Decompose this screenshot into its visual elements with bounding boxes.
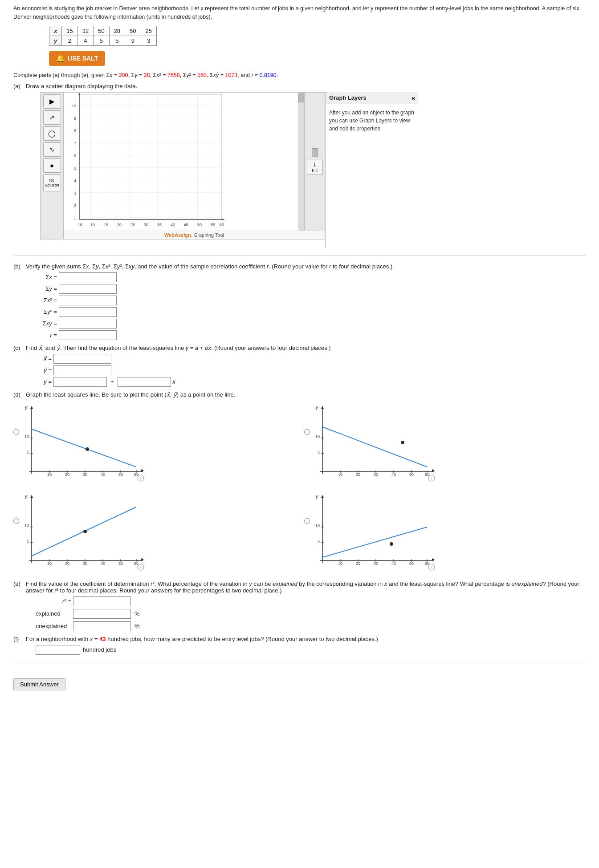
svg-text:y: y [24,405,28,410]
graph-4: y 10 5 10 20 30 40 50 60 [314,491,438,572]
explained-row: explained % [36,609,586,619]
graphing-tool: ▶ ↗ ◯ ∿ ● NoSolution [40,92,325,239]
sigma-xy-input[interactable] [59,319,117,329]
svg-text:60: 60 [134,472,139,477]
svg-text:10: 10 [338,472,342,477]
scatter-graph: -10 10 15 20 25 30 35 40 45 50 55 60 [64,93,228,231]
svg-point-100 [83,530,87,533]
part-a-instruction: Draw a scatter diagram displaying the da… [26,83,137,89]
part-f-input[interactable] [36,645,80,655]
curve-tool-button[interactable]: ∿ [43,142,61,157]
r2-row: r² = [36,596,586,606]
yhat-a-input[interactable] [53,377,107,387]
part-f-unit: hundred jobs [83,646,116,653]
graph-layers-collapse-button[interactable]: « [412,94,415,101]
svg-text:55: 55 [211,223,215,227]
r-row: r = [36,330,586,340]
ybar-row: ȳ = [36,365,586,375]
graph-option-2-radio[interactable] [304,429,310,435]
svg-text:40: 40 [101,472,105,477]
sigma-xy-row: Σxy = [36,319,586,329]
svg-text:20: 20 [355,472,360,477]
x-val-6: 25 [141,26,156,36]
svg-text:y: y [315,494,319,499]
use-salt-button[interactable]: 🔔 USE SALT [49,51,105,66]
xbar-label: x̄ = [36,355,52,362]
explained-input[interactable] [73,609,131,619]
given-sigma-y: 28 [144,72,150,78]
svg-text:20: 20 [117,223,122,227]
svg-point-50 [86,447,89,451]
select-tool-button[interactable]: ▶ [43,94,61,109]
svg-marker-106 [321,495,324,498]
svg-text:5: 5 [317,539,319,544]
svg-text:5: 5 [74,166,76,170]
point-tool-button[interactable]: ● [43,158,61,173]
sigma-x-row: Σx = [36,272,586,282]
svg-marker-27 [78,93,80,95]
svg-point-125 [390,542,393,546]
svg-text:8: 8 [74,129,76,133]
svg-text:40: 40 [391,561,395,566]
svg-text:5: 5 [27,450,29,454]
svg-point-75 [401,441,404,444]
graph-2: y 10 5 10 20 30 40 50 60 [314,402,438,483]
graph-canvas-area[interactable]: -10 10 15 20 25 30 35 40 45 50 55 60 [64,93,298,231]
svg-text:10: 10 [338,561,342,566]
fill-button[interactable]: ↓ Fill [307,159,323,175]
svg-text:30: 30 [144,223,148,227]
graph-layers-header: Graph Layers « [326,92,419,104]
svg-text:40: 40 [101,561,105,566]
graph-option-4: y 10 5 10 20 30 40 50 60 [304,491,586,572]
sigma-y2-input[interactable] [59,307,117,317]
ybar-input[interactable] [53,365,111,375]
xbar-input[interactable] [53,354,111,364]
svg-text:25: 25 [130,223,135,227]
graph-toolbar: ▶ ↗ ◯ ∿ ● NoSolution [41,93,64,239]
graph-option-1: y 10 5 10 20 30 40 50 60 [13,402,295,483]
graph-option-2: y 10 5 10 20 30 40 50 60 [304,402,586,483]
svg-text:10: 10 [315,523,319,528]
part-d-label: (d) Graph the least-squares line. Be sur… [13,391,586,398]
svg-text:60: 60 [220,223,224,227]
svg-text:35: 35 [157,223,162,227]
part-f-instruction: For a neighborhood with x = 43 hundred j… [26,636,378,642]
svg-text:50: 50 [118,561,123,566]
submit-button[interactable]: Submit Answer [13,678,65,690]
svg-text:30: 30 [373,561,378,566]
x-val-4: 28 [109,26,125,36]
svg-marker-56 [321,406,324,409]
circle-tool-button[interactable]: ◯ [43,126,61,141]
part-f-section: (f) For a neighborhood with x = 43 hundr… [13,636,586,655]
no-solution-button[interactable]: NoSolution [43,174,61,191]
y-label: y [49,36,62,45]
part-a-section: (a) Draw a scatter diagram displaying th… [13,83,586,248]
r-input[interactable] [59,330,117,340]
sigma-x2-input[interactable] [59,296,117,305]
part-b-instruction: Verify the given sums Σx, Σy, Σx², Σy², … [26,263,392,270]
part-c-instruction: Find x̄, and ȳ. Then find the equation o… [26,345,331,351]
graph-option-1-radio[interactable] [13,429,19,435]
svg-text:20: 20 [65,472,69,477]
unexplained-input[interactable] [73,621,131,631]
graph-option-3-radio[interactable] [13,518,19,524]
fill-button-area: ↓ Fill [304,93,325,231]
part-e-section: (e) Find the value of the coefficient of… [13,580,586,631]
svg-line-124 [322,527,427,557]
graph-1: y 10 5 10 20 30 40 50 60 [23,402,147,483]
line-tool-button[interactable]: ↗ [43,110,61,125]
r2-input[interactable] [73,596,131,606]
graph-option-4-radio[interactable] [304,518,310,524]
sigma-x-input[interactable] [59,272,117,282]
given-sigma-x2: 7658 [167,72,180,78]
sigma-y2-row: Σy² = [36,307,586,317]
svg-text:i: i [140,565,141,569]
sigma-y-input[interactable] [59,284,117,294]
graph-scrollbar-right[interactable] [298,93,304,231]
graphs-grid: y 10 5 10 20 30 40 50 60 [13,402,586,572]
svg-text:40: 40 [391,472,395,477]
svg-text:1: 1 [74,216,76,220]
unexplained-percent: % [134,623,140,629]
svg-marker-31 [30,406,33,409]
yhat-b-input[interactable] [118,377,171,387]
